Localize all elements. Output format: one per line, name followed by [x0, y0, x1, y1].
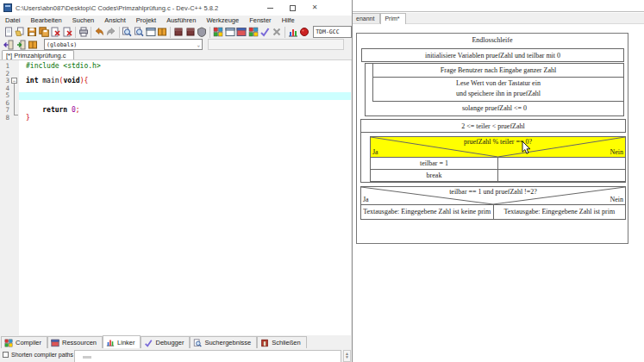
- tab-compiler[interactable]: Compiler: [1, 336, 47, 348]
- decision1-triangle[interactable]: pruefZahl % teiler == 0? Ja Nein: [371, 137, 625, 157]
- linker-output-list[interactable]: [74, 350, 341, 362]
- menu-datei[interactable]: Datei: [0, 16, 26, 24]
- globals-combobox[interactable]: (globals) ⌄: [44, 39, 203, 50]
- line-number: 8: [0, 115, 9, 122]
- menu-hilfe[interactable]: Hilfe: [277, 16, 300, 24]
- compiler-select-value: TDM-GCC: [316, 28, 339, 35]
- devcpp-window: C:\Users\abn087\Desktop\C Codes\Primzahl…: [0, 0, 353, 362]
- profile-button[interactable]: [287, 26, 299, 38]
- menu-ansicht[interactable]: Ansicht: [99, 16, 131, 24]
- syntax-check-button[interactable]: [259, 26, 272, 38]
- find-in-files-button[interactable]: [145, 26, 157, 38]
- file-tab-primzahlpruefung[interactable]: [*] Primzahlprüfung.c: [2, 50, 74, 59]
- code-line[interactable]: [19, 85, 351, 93]
- menu-projekt[interactable]: Projekt: [131, 16, 161, 24]
- editor-gutter: − 12345678: [0, 60, 19, 335]
- goto-line-button[interactable]: [157, 26, 169, 38]
- fold-line: [14, 84, 15, 115]
- compile-button[interactable]: [172, 26, 184, 38]
- output-prime-block[interactable]: Textausgabe: Eingegebene Zahl ist prim: [494, 204, 626, 219]
- compiler-select[interactable]: TDM-GCC: [313, 26, 352, 38]
- code-line[interactable]: }: [19, 115, 351, 122]
- output-not-prime-block[interactable]: Textausgabe: Eingegebene Zahl ist keine …: [361, 204, 494, 219]
- linker-output-panel: Shorten compiler paths ▲▼: [0, 348, 352, 362]
- title-bar[interactable]: C:\Users\abn087\Desktop\C Codes\Primzahl…: [0, 0, 352, 16]
- fold-marker-icon[interactable]: −: [11, 78, 17, 84]
- tab-schliessen-label: Schließen: [272, 339, 300, 346]
- main-toolbar: TDM-GCC: [0, 25, 352, 39]
- new-project-button[interactable]: [212, 26, 224, 38]
- minimize-button[interactable]: [259, 1, 281, 15]
- for-loop-header[interactable]: 2 <= teiler < pruefZahl: [360, 119, 626, 133]
- redo-button[interactable]: [105, 26, 117, 38]
- code-editor[interactable]: − 12345678 #include <stdio.h>int main(vo…: [0, 60, 351, 335]
- find-button[interactable]: [122, 26, 134, 38]
- code-line[interactable]: #include <stdio.h>: [19, 63, 351, 71]
- report-tab-bar: Compiler Ressourcen Linker Debugger Such…: [0, 335, 352, 348]
- jump-forward-button[interactable]: [15, 39, 27, 51]
- menu-ausfuehren[interactable]: Ausführen: [161, 16, 201, 24]
- maximize-button[interactable]: [281, 1, 303, 15]
- tab-unbenannt[interactable]: enannt: [353, 13, 380, 23]
- tab-debugger[interactable]: Debugger: [141, 336, 190, 348]
- endless-loop-label[interactable]: Endlosschleife: [357, 34, 628, 47]
- open-file-button[interactable]: [15, 26, 27, 38]
- read-statement-block[interactable]: Lese Wert von der Tastatur ein und speic…: [373, 78, 623, 101]
- menu-werkzeuge[interactable]: Werkzeuge: [201, 16, 244, 24]
- structogram-editor-window: enannt Prim* Endlosschleife initialisier…: [353, 0, 644, 362]
- code-line-current[interactable]: [19, 92, 351, 100]
- decision2-no-label: Nein: [610, 196, 623, 203]
- package-manager-button[interactable]: [247, 26, 259, 38]
- rebuild-button[interactable]: [196, 26, 208, 38]
- save-all-button[interactable]: [38, 26, 50, 38]
- tab-ressourcen[interactable]: Ressourcen: [47, 336, 103, 348]
- break-block[interactable]: break: [371, 169, 497, 181]
- replace-button[interactable]: [133, 26, 145, 38]
- code-segment: {: [84, 77, 88, 84]
- tab-prim[interactable]: Prim*: [380, 13, 405, 24]
- undo-button[interactable]: [93, 26, 105, 38]
- globals-combobox-value: (globals): [47, 41, 77, 48]
- init-statement-block[interactable]: initialisiere Variablen pruefZahl und te…: [361, 48, 624, 62]
- prompt-statement-block[interactable]: Frage Benutzer nach Eingabe ganzer Zahl: [373, 64, 623, 78]
- code-line[interactable]: return 0;: [19, 107, 351, 115]
- tab-ressourcen-label: Ressourcen: [62, 339, 97, 346]
- chevron-down-icon: ⌄: [197, 41, 200, 47]
- tab-suchergebnisse[interactable]: Suchergebnisse: [190, 336, 257, 348]
- close-file-button[interactable]: [50, 26, 62, 38]
- abort-button[interactable]: [271, 26, 283, 38]
- decision1-block-selected[interactable]: pruefZahl % teiler == 0? Ja Nein teilbar…: [370, 136, 626, 182]
- do-while-condition[interactable]: solange pruefZahl <= 0: [366, 102, 623, 115]
- window-layout-button[interactable]: [224, 26, 236, 38]
- project-options-button[interactable]: [235, 26, 247, 38]
- structogram-canvas: Endlosschleife initialisiere Variablen p…: [356, 33, 628, 244]
- tab-schliessen[interactable]: Schließen: [257, 336, 306, 348]
- for-loop-block: 2 <= teiler < pruefZahl pruefZahl % teil…: [360, 119, 626, 183]
- panel-scrollbar[interactable]: ▲▼: [343, 350, 351, 362]
- class-browser-button[interactable]: [27, 39, 39, 51]
- menu-bearbeiten[interactable]: Bearbeiten: [26, 16, 67, 24]
- shorten-paths-checkbox[interactable]: [3, 352, 9, 358]
- code-area[interactable]: #include <stdio.h>int main(void){ return…: [19, 60, 351, 335]
- empty-block-1[interactable]: [498, 157, 625, 169]
- shorten-paths-label: Shorten compiler paths: [11, 352, 73, 358]
- delete-profiling-button[interactable]: [299, 26, 311, 38]
- menu-fenster[interactable]: Fenster: [244, 16, 276, 24]
- code-line[interactable]: int main(void){: [19, 78, 351, 85]
- decision2-triangle[interactable]: teilbar == 1 und pruefZahl !=2? Ja Nein: [361, 187, 625, 204]
- new-file-button[interactable]: [3, 26, 15, 38]
- assign-teilbar-block[interactable]: teilbar = 1: [371, 157, 497, 169]
- do-while-block[interactable]: Frage Benutzer nach Eingabe ganzer Zahl …: [365, 63, 624, 116]
- close-button[interactable]: ✕: [303, 1, 326, 15]
- tab-linker[interactable]: Linker: [103, 335, 141, 348]
- empty-block-2[interactable]: [498, 169, 625, 181]
- run-button[interactable]: [184, 26, 197, 38]
- close-all-button[interactable]: [61, 26, 73, 38]
- decision2-block[interactable]: teilbar == 1 und pruefZahl !=2? Ja Nein …: [360, 186, 626, 220]
- tab-linker-label: Linker: [117, 339, 134, 346]
- jump-back-button[interactable]: [3, 39, 15, 51]
- print-button[interactable]: [78, 26, 90, 38]
- save-button[interactable]: [26, 26, 38, 38]
- menu-suchen[interactable]: Suchen: [67, 16, 99, 24]
- members-combobox[interactable]: [208, 39, 344, 50]
